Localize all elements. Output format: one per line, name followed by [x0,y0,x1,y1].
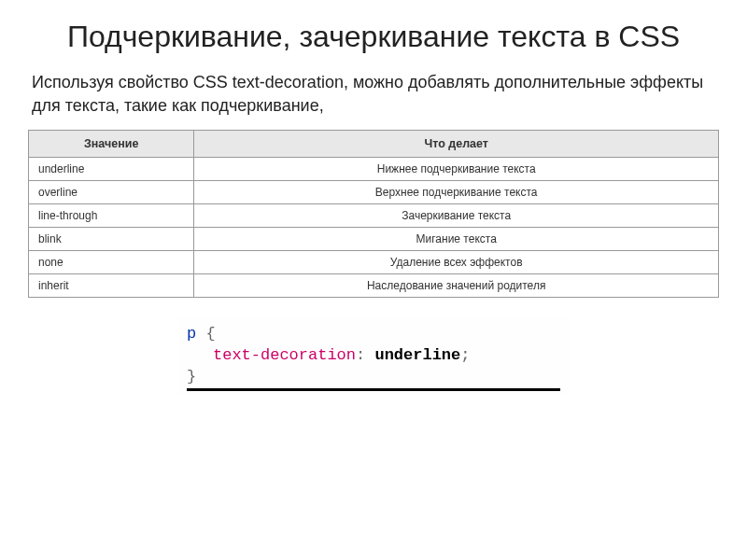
th-value: Значение [29,130,194,157]
table-row: none Удаление всех эффектов [29,250,719,273]
cell-value: none [29,250,194,273]
code-example: p { text-decoration: underline; } [177,318,570,395]
code-line-3: } [187,367,560,388]
table-row: inherit Наследование значений родителя [29,273,719,297]
cell-value: underline [29,157,194,180]
code-line-1: p { [187,324,560,345]
cell-desc: Нижнее подчеркивание текста [194,157,719,180]
table-row: overline Верхнее подчеркивание текста [29,180,719,203]
brace-open: { [205,325,215,343]
table-row: line-through Зачеркивание текста [29,203,719,227]
code-property: text-decoration [213,346,356,364]
code-colon: : [356,346,365,364]
cell-value: blink [29,227,194,250]
cell-desc: Мигание текста [194,227,719,250]
table-row: blink Мигание текста [29,227,719,250]
code-value: underline [374,346,460,364]
cell-value: overline [29,180,194,203]
code-line-2: text-decoration: underline; [187,345,560,367]
page-title: Подчеркивание, зачеркивание текста в CSS [28,19,719,54]
code-divider [187,388,560,391]
cell-value: inherit [29,273,194,297]
table-header-row: Значение Что делает [29,130,719,157]
document-page: Подчеркивание, зачеркивание текста в CSS… [0,0,747,413]
cell-desc: Зачеркивание текста [194,203,719,227]
th-desc: Что делает [194,130,719,157]
cell-desc: Верхнее подчеркивание текста [194,180,719,203]
code-semicolon: ; [460,346,470,364]
table-row: underline Нижнее подчеркивание текста [29,157,719,180]
intro-paragraph: Используя свойство CSS text-decoration, … [28,71,719,117]
code-selector: p [187,325,196,343]
values-table: Значение Что делает underline Нижнее под… [28,130,719,298]
cell-desc: Удаление всех эффектов [194,250,719,273]
brace-close: } [187,368,196,385]
cell-desc: Наследование значений родителя [194,273,719,297]
cell-value: line-through [29,203,194,227]
